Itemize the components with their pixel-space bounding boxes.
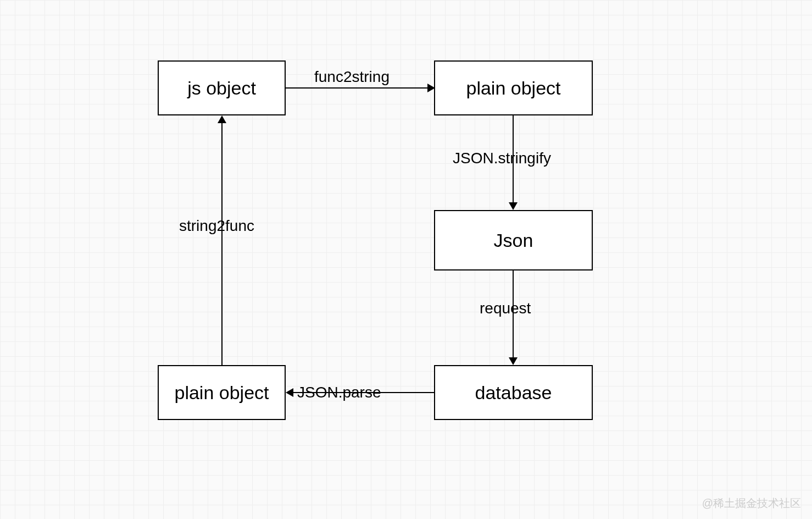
arrow-head-icon [427,84,435,92]
watermark-text: @稀土掘金技术社区 [702,496,801,511]
edge-label-json-parse: JSON.parse [297,384,381,401]
arrow-head-icon [286,388,293,397]
arrow-head-icon [218,115,226,123]
node-label: plain object [466,78,560,99]
node-database: database [434,365,593,420]
node-plain-object-bottom: plain object [158,365,286,420]
node-json: Json [434,210,593,270]
node-label: js object [187,78,256,99]
node-plain-object-top: plain object [434,60,593,115]
node-label: plain object [174,382,269,404]
edge-label-string2func: string2func [179,217,254,235]
edge-label-request: request [480,300,531,317]
node-label: database [475,382,552,404]
edge-label-json-stringify: JSON.stringify [453,150,551,167]
node-label: Json [494,230,533,251]
edge-label-func2string: func2string [314,68,390,86]
arrow-head-icon [509,202,518,210]
arrow-func2string [286,87,427,89]
arrow-string2func [221,122,223,365]
arrow-head-icon [509,357,518,365]
node-js-object: js object [158,60,286,115]
